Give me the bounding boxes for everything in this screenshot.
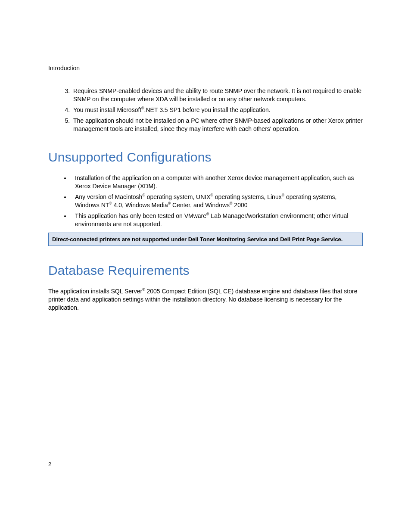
list-item-text: Installation of the application on a com… bbox=[75, 174, 354, 190]
list-item: This application has only been tested on… bbox=[71, 212, 363, 228]
list-item: Any version of Macintosh® operating syst… bbox=[71, 193, 363, 209]
list-item-text: 4.0, Windows Media bbox=[112, 202, 168, 208]
list-item-text: This application has only been tested on… bbox=[75, 212, 206, 219]
note-box: Direct-connected printers are not suppor… bbox=[48, 233, 363, 246]
list-item: Requires SNMP-enabled devices and the ab… bbox=[72, 87, 363, 103]
paragraph-text: The application installs SQL Server bbox=[48, 288, 142, 295]
list-item-text: The application should not be installed … bbox=[73, 117, 363, 132]
list-item-text: 2000 bbox=[232, 202, 247, 208]
page-number: 2 bbox=[48, 461, 51, 467]
list-item: Installation of the application on a com… bbox=[71, 174, 363, 190]
body-paragraph: The application installs SQL Server® 200… bbox=[48, 287, 363, 312]
numbered-list: Requires SNMP-enabled devices and the ab… bbox=[48, 87, 363, 133]
list-item-text: .NET 3.5 SP1 before you install the appl… bbox=[144, 106, 271, 113]
section-header: Introduction bbox=[48, 65, 363, 72]
list-item-text: Center, and Windows bbox=[171, 202, 230, 208]
heading-unsupported: Unsupported Configurations bbox=[48, 150, 363, 165]
list-item-text: Any version of Macintosh bbox=[75, 193, 142, 200]
heading-database: Database Requirements bbox=[48, 263, 363, 278]
document-page: Introduction Requires SNMP-enabled devic… bbox=[0, 0, 411, 532]
list-item-text: operating system, UNIX bbox=[145, 193, 211, 200]
list-item: The application should not be installed … bbox=[72, 117, 363, 133]
list-item-text: Requires SNMP-enabled devices and the ab… bbox=[73, 87, 361, 103]
bullet-list: Installation of the application on a com… bbox=[48, 174, 363, 228]
list-item-text: You must install Microsoft bbox=[73, 106, 141, 113]
list-item: You must install Microsoft®.NET 3.5 SP1 … bbox=[72, 106, 363, 114]
list-item-text: operating systems, Linux bbox=[213, 193, 282, 200]
